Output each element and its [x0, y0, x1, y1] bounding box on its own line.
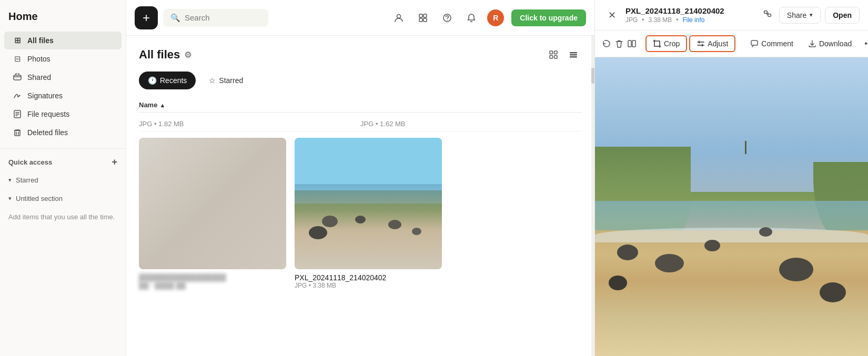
sidebar-nav: ⊞ All files ⊟ Photos Shared Sign — [0, 29, 126, 144]
grid-view-button[interactable] — [545, 46, 562, 63]
file-thumb-1 — [139, 138, 286, 269]
notification-icon[interactable] — [463, 9, 480, 26]
file-area-header: All files ⚙ — [139, 46, 582, 63]
avatar[interactable]: R — [487, 9, 504, 26]
sidebar-item-label: Photos — [27, 55, 51, 63]
tab-starred[interactable]: ☆ Starred — [200, 72, 252, 89]
file-card-1-meta: ██ • ████ ██ — [139, 281, 286, 289]
all-files-title: All files — [139, 48, 180, 62]
profile-icon[interactable] — [390, 9, 407, 26]
rock-6 — [759, 227, 772, 237]
delete-button[interactable] — [614, 35, 624, 53]
settings-icon[interactable]: ⚙ — [184, 50, 191, 60]
thumb-placeholder-1 — [139, 138, 286, 269]
sidebar-item-shared[interactable]: Shared — [4, 68, 122, 86]
svg-rect-14 — [570, 52, 577, 54]
sidebar-hint: Add items that you use all the time. — [0, 208, 126, 227]
column-name[interactable]: Name ▲ — [139, 101, 360, 109]
search-input[interactable] — [185, 13, 261, 22]
list-view-button[interactable] — [565, 46, 582, 63]
split-view-button[interactable] — [627, 35, 637, 53]
preview-close-button[interactable]: ✕ — [603, 7, 620, 24]
preview-meta: JPG • 3.38 MB • File info — [625, 16, 755, 24]
column-name-label: Name — [139, 101, 157, 109]
untitled-section-item[interactable]: ▾ Untitled section — [0, 191, 126, 206]
search-bar[interactable]: 🔍 — [163, 9, 268, 27]
file-thumbnails: ██████████████████ ██ • ████ ██ — [139, 138, 582, 289]
preview-fileinfo-link[interactable]: File info — [682, 16, 704, 24]
photos-icon: ⊟ — [13, 54, 22, 64]
preview-meta-sep2: • — [676, 16, 678, 24]
svg-rect-0 — [14, 75, 21, 80]
sidebar-item-label: Signatures — [27, 91, 63, 100]
file-card-2[interactable]: PXL_20241118_214020402 JPG • 3.38 MB — [295, 138, 442, 289]
file-card-2-name: PXL_20241118_214020402 — [295, 273, 442, 282]
preview-filetype: JPG — [625, 16, 638, 24]
preview-topbar: ✕ PXL_20241118_214020402 JPG • 3.38 MB •… — [595, 0, 868, 30]
svg-rect-6 — [419, 18, 422, 22]
rock-2 — [655, 254, 684, 272]
recents-tab-icon: 🕐 — [148, 76, 157, 85]
grid-icon[interactable] — [415, 9, 431, 26]
add-quick-access-button[interactable]: + — [112, 157, 117, 167]
sidebar-item-file-requests[interactable]: File requests — [4, 105, 122, 123]
preview-panel: ✕ PXL_20241118_214020402 JPG • 3.38 MB •… — [594, 0, 868, 356]
sort-up-icon: ▲ — [159, 102, 165, 108]
download-label: Download — [819, 39, 852, 48]
upgrade-button[interactable]: Click to upgrade — [511, 9, 586, 26]
shared-icon — [13, 73, 22, 82]
file-card-1[interactable]: ██████████████████ ██ • ████ ██ — [139, 138, 286, 289]
tabs-row: 🕐 Recents ☆ Starred — [139, 72, 582, 89]
rock-5 — [704, 240, 720, 251]
all-files-icon: ⊞ — [13, 36, 22, 45]
sidebar-item-all-files[interactable]: ⊞ All files — [4, 32, 122, 49]
beach-foam — [595, 228, 868, 242]
svg-rect-18 — [632, 40, 635, 47]
svg-rect-17 — [628, 40, 631, 47]
svg-rect-19 — [751, 40, 758, 45]
chevron-down-icon: ▾ — [8, 177, 12, 184]
help-icon[interactable] — [439, 9, 456, 26]
starred-label: Starred — [16, 176, 38, 184]
sidebar-item-signatures[interactable]: Signatures — [4, 87, 122, 105]
sidebar-item-photos[interactable]: ⊟ Photos — [4, 50, 122, 68]
scrollbar-track[interactable] — [591, 36, 594, 356]
share-link-icon[interactable] — [760, 6, 775, 24]
topbar-icons: R Click to upgrade — [390, 9, 586, 26]
deleted-files-icon — [13, 128, 22, 137]
crop-button[interactable]: Crop — [645, 35, 687, 52]
rock-7 — [609, 276, 627, 290]
download-button[interactable]: Download — [802, 36, 858, 51]
main-content: + 🔍 — [126, 0, 594, 356]
comment-button[interactable]: Comment — [744, 36, 800, 51]
svg-rect-13 — [554, 56, 558, 59]
preview-filename: PXL_20241118_214020402 — [625, 6, 755, 15]
file-card-2-meta: JPG • 3.38 MB — [295, 282, 442, 289]
cliff-tree — [745, 141, 746, 154]
sidebar-home-title: Home — [0, 0, 126, 29]
sidebar-divider — [0, 148, 126, 149]
chevron-down-icon: ▾ — [8, 195, 12, 202]
preview-toolbar: Crop Adjust Comment Download ••• ▾ — [595, 30, 868, 57]
new-button[interactable]: + — [135, 6, 158, 29]
more-options-button[interactable]: ••• ▾ — [860, 36, 868, 52]
scrollbar-thumb[interactable] — [591, 68, 594, 84]
sidebar-item-label: All files — [27, 36, 54, 45]
sidebar-item-deleted-files[interactable]: Deleted files — [4, 124, 122, 141]
untitled-section: ▾ Untitled section — [0, 189, 126, 208]
preview-actions: Share ▾ Open — [760, 6, 860, 24]
starred-item[interactable]: ▾ Starred — [0, 173, 126, 187]
svg-point-3 — [397, 14, 401, 18]
file-thumb-2 — [295, 138, 442, 269]
quick-access-header[interactable]: Quick access + — [0, 153, 126, 171]
open-button[interactable]: Open — [825, 7, 860, 24]
preview-meta-sep1: • — [642, 16, 644, 24]
share-button[interactable]: Share ▾ — [779, 7, 821, 24]
adjust-button[interactable]: Adjust — [689, 35, 735, 52]
tab-recents[interactable]: 🕐 Recents — [139, 72, 196, 89]
restore-button[interactable] — [601, 35, 612, 53]
beach-rocks — [302, 204, 435, 243]
file-meta-left: JPG • 1.82 MB — [139, 120, 360, 128]
rock-1 — [617, 245, 638, 260]
svg-point-8 — [443, 14, 451, 22]
